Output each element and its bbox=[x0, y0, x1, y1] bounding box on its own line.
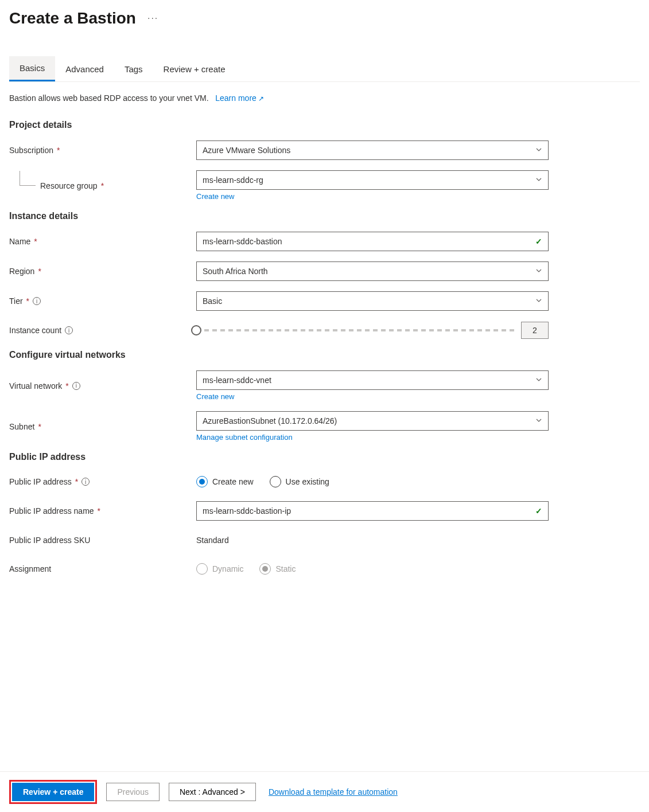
tab-basics[interactable]: Basics bbox=[9, 56, 55, 81]
create-new-rg-link[interactable]: Create new bbox=[196, 192, 549, 201]
info-icon[interactable]: i bbox=[81, 478, 90, 486]
info-icon[interactable]: i bbox=[33, 297, 41, 305]
info-icon[interactable]: i bbox=[65, 326, 73, 334]
radio-use-existing[interactable]: Use existing bbox=[270, 476, 329, 487]
chevron-down-icon bbox=[535, 146, 542, 155]
required-asterisk: * bbox=[57, 146, 60, 155]
slider-thumb[interactable] bbox=[191, 325, 201, 335]
chevron-down-icon bbox=[535, 296, 542, 306]
public-ip-label: Public IP address bbox=[9, 477, 72, 486]
subscription-label: Subscription bbox=[9, 146, 53, 155]
instance-count-slider[interactable] bbox=[196, 329, 515, 331]
tier-dropdown[interactable]: Basic bbox=[196, 291, 549, 311]
public-ip-sku-value: Standard bbox=[196, 536, 229, 545]
subnet-dropdown[interactable]: AzureBastionSubnet (10.172.0.64/26) bbox=[196, 411, 549, 431]
tab-bar: Basics Advanced Tags Review + create bbox=[9, 56, 640, 82]
required-asterisk: * bbox=[65, 381, 68, 391]
info-icon[interactable]: i bbox=[72, 382, 80, 390]
page-title: Create a Bastion bbox=[9, 9, 136, 28]
instance-count-label: Instance count bbox=[9, 326, 61, 335]
chevron-down-icon bbox=[535, 267, 542, 276]
radio-icon bbox=[259, 563, 271, 575]
resource-group-dropdown[interactable]: ms-learn-sddc-rg bbox=[196, 170, 549, 190]
chevron-down-icon bbox=[535, 416, 542, 425]
section-project-details: Project details bbox=[9, 120, 640, 130]
more-icon[interactable]: ··· bbox=[147, 13, 158, 24]
resource-group-label: Resource group bbox=[40, 181, 98, 190]
required-asterisk: * bbox=[98, 506, 100, 516]
manage-subnet-link[interactable]: Manage subnet configuration bbox=[196, 433, 549, 442]
public-ip-name-input[interactable]: ms-learn-sddc-bastion-ip ✓ bbox=[196, 501, 549, 521]
virtual-network-label: Virtual network bbox=[9, 381, 62, 391]
public-ip-name-label: Public IP address name bbox=[9, 506, 94, 516]
create-new-vnet-link[interactable]: Create new bbox=[196, 392, 549, 401]
radio-static: Static bbox=[259, 563, 296, 575]
required-asterisk: * bbox=[38, 267, 41, 276]
required-asterisk: * bbox=[34, 237, 37, 246]
required-asterisk: * bbox=[26, 296, 29, 306]
instance-count-value[interactable]: 2 bbox=[521, 322, 549, 339]
description: Bastion allows web based RDP access to y… bbox=[9, 93, 640, 103]
region-label: Region bbox=[9, 267, 34, 276]
name-label: Name bbox=[9, 237, 30, 246]
radio-create-new[interactable]: Create new bbox=[196, 476, 254, 487]
subnet-label: Subnet bbox=[9, 422, 34, 431]
required-asterisk: * bbox=[101, 181, 104, 190]
radio-icon bbox=[196, 563, 208, 575]
chevron-down-icon bbox=[535, 376, 542, 385]
radio-icon bbox=[196, 476, 208, 487]
tab-advanced[interactable]: Advanced bbox=[55, 56, 114, 81]
name-input[interactable]: ms-learn-sddc-bastion ✓ bbox=[196, 232, 549, 251]
assignment-label: Assignment bbox=[9, 564, 51, 573]
section-configure-vnet: Configure virtual networks bbox=[9, 350, 640, 360]
virtual-network-dropdown[interactable]: ms-learn-sddc-vnet bbox=[196, 370, 549, 390]
required-asterisk: * bbox=[38, 422, 41, 431]
radio-dynamic: Dynamic bbox=[196, 563, 243, 575]
public-ip-sku-label: Public IP address SKU bbox=[9, 536, 90, 545]
check-icon: ✓ bbox=[535, 506, 542, 516]
subscription-dropdown[interactable]: Azure VMware Solutions bbox=[196, 140, 549, 160]
learn-more-link[interactable]: Learn more↗ bbox=[215, 93, 264, 103]
tab-tags[interactable]: Tags bbox=[114, 56, 153, 81]
tier-label: Tier bbox=[9, 296, 23, 306]
check-icon: ✓ bbox=[535, 237, 542, 246]
external-link-icon: ↗ bbox=[258, 95, 264, 103]
chevron-down-icon bbox=[535, 175, 542, 185]
section-instance-details: Instance details bbox=[9, 211, 640, 221]
required-asterisk: * bbox=[75, 477, 78, 486]
radio-icon bbox=[270, 476, 281, 487]
region-dropdown[interactable]: South Africa North bbox=[196, 261, 549, 281]
section-public-ip: Public IP address bbox=[9, 452, 640, 462]
indent-connector bbox=[20, 171, 36, 186]
tab-review-create[interactable]: Review + create bbox=[153, 56, 236, 81]
description-text: Bastion allows web based RDP access to y… bbox=[9, 93, 209, 103]
